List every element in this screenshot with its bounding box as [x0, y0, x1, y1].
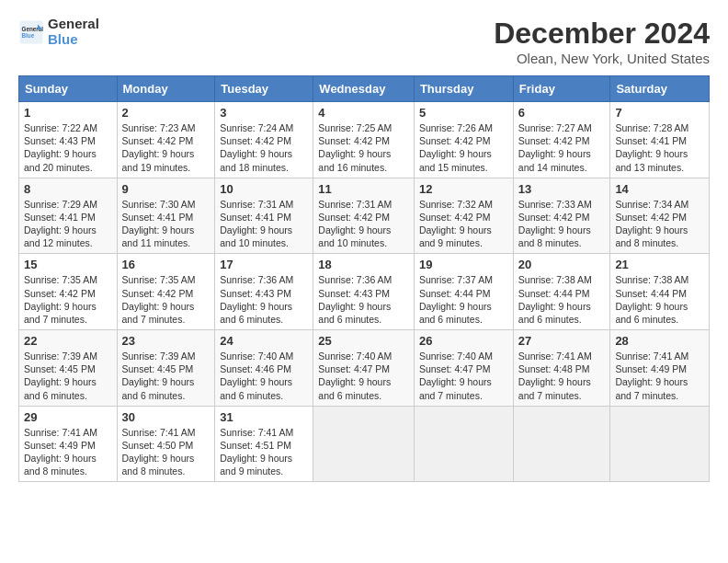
calendar-cell: 10Sunrise: 7:31 AMSunset: 4:41 PMDayligh… [215, 178, 313, 254]
cell-content: Sunrise: 7:40 AMSunset: 4:47 PMDaylight:… [318, 350, 409, 402]
calendar-cell: 11Sunrise: 7:31 AMSunset: 4:42 PMDayligh… [313, 178, 415, 254]
calendar-cell: 24Sunrise: 7:40 AMSunset: 4:46 PMDayligh… [215, 330, 313, 407]
logo-icon: General Blue [18, 19, 44, 45]
cell-content: Sunrise: 7:41 AMSunset: 4:48 PMDaylight:… [518, 350, 606, 402]
cell-content: Sunrise: 7:39 AMSunset: 4:45 PMDaylight:… [122, 350, 210, 402]
calendar-cell: 1Sunrise: 7:22 AMSunset: 4:43 PMDaylight… [19, 102, 118, 178]
logo: General Blue General Blue [18, 17, 99, 47]
cell-content: Sunrise: 7:31 AMSunset: 4:41 PMDaylight:… [220, 198, 308, 250]
cell-content: Sunrise: 7:30 AMSunset: 4:41 PMDaylight:… [122, 198, 210, 250]
calendar-cell: 2Sunrise: 7:23 AMSunset: 4:42 PMDaylight… [117, 102, 215, 178]
calendar-cell: 8Sunrise: 7:29 AMSunset: 4:41 PMDaylight… [19, 178, 118, 254]
cell-content: Sunrise: 7:41 AMSunset: 4:49 PMDaylight:… [615, 350, 704, 402]
day-number: 30 [122, 410, 210, 424]
calendar-cell [610, 406, 710, 482]
calendar-cell: 6Sunrise: 7:27 AMSunset: 4:42 PMDaylight… [513, 102, 610, 178]
header-cell-saturday: Saturday [610, 76, 710, 102]
calendar-cell: 16Sunrise: 7:35 AMSunset: 4:42 PMDayligh… [117, 254, 215, 330]
calendar-cell: 20Sunrise: 7:38 AMSunset: 4:44 PMDayligh… [513, 254, 610, 330]
calendar-cell: 22Sunrise: 7:39 AMSunset: 4:45 PMDayligh… [19, 330, 118, 407]
day-number: 20 [518, 258, 606, 271]
calendar-cell: 17Sunrise: 7:36 AMSunset: 4:43 PMDayligh… [215, 254, 313, 330]
calendar-cell: 25Sunrise: 7:40 AMSunset: 4:47 PMDayligh… [313, 330, 415, 407]
day-number: 7 [615, 106, 704, 120]
header-cell-friday: Friday [513, 76, 610, 102]
cell-content: Sunrise: 7:40 AMSunset: 4:46 PMDaylight:… [220, 350, 308, 402]
calendar-cell: 5Sunrise: 7:26 AMSunset: 4:42 PMDaylight… [414, 102, 513, 178]
header: General Blue General Blue December 2024 … [18, 17, 710, 66]
calendar-cell: 19Sunrise: 7:37 AMSunset: 4:44 PMDayligh… [414, 254, 513, 330]
cell-content: Sunrise: 7:36 AMSunset: 4:43 PMDaylight:… [220, 273, 308, 326]
week-row-5: 29Sunrise: 7:41 AMSunset: 4:49 PMDayligh… [19, 406, 710, 482]
day-number: 10 [220, 182, 308, 196]
calendar-cell [414, 406, 513, 482]
calendar-cell: 13Sunrise: 7:33 AMSunset: 4:42 PMDayligh… [513, 178, 610, 254]
cell-content: Sunrise: 7:35 AMSunset: 4:42 PMDaylight:… [24, 273, 112, 326]
day-number: 4 [318, 106, 409, 120]
day-number: 13 [518, 182, 606, 196]
day-number: 22 [24, 334, 112, 348]
cell-content: Sunrise: 7:37 AMSunset: 4:44 PMDaylight:… [419, 273, 508, 326]
calendar-cell: 23Sunrise: 7:39 AMSunset: 4:45 PMDayligh… [117, 330, 215, 407]
header-cell-thursday: Thursday [414, 76, 513, 102]
week-row-3: 15Sunrise: 7:35 AMSunset: 4:42 PMDayligh… [19, 254, 710, 330]
day-number: 29 [24, 410, 112, 424]
cell-content: Sunrise: 7:41 AMSunset: 4:51 PMDaylight:… [220, 426, 308, 478]
cell-content: Sunrise: 7:32 AMSunset: 4:42 PMDaylight:… [419, 198, 508, 250]
logo-line2: Blue [48, 32, 99, 48]
cell-content: Sunrise: 7:39 AMSunset: 4:45 PMDaylight:… [24, 350, 112, 402]
day-number: 26 [419, 334, 508, 348]
cell-content: Sunrise: 7:35 AMSunset: 4:42 PMDaylight:… [122, 273, 210, 326]
cell-content: Sunrise: 7:27 AMSunset: 4:42 PMDaylight:… [518, 121, 606, 174]
main-title: December 2024 [494, 17, 710, 51]
day-number: 27 [518, 334, 606, 348]
calendar-table: SundayMondayTuesdayWednesdayThursdayFrid… [18, 75, 710, 482]
calendar-cell [513, 406, 610, 482]
day-number: 16 [122, 258, 210, 271]
cell-content: Sunrise: 7:38 AMSunset: 4:44 PMDaylight:… [518, 273, 606, 326]
day-number: 15 [24, 258, 112, 271]
calendar-cell: 31Sunrise: 7:41 AMSunset: 4:51 PMDayligh… [215, 406, 313, 482]
calendar-cell: 14Sunrise: 7:34 AMSunset: 4:42 PMDayligh… [610, 178, 710, 254]
day-number: 14 [615, 182, 704, 196]
day-number: 25 [318, 334, 409, 348]
day-number: 2 [122, 106, 210, 120]
calendar-cell: 4Sunrise: 7:25 AMSunset: 4:42 PMDaylight… [313, 102, 415, 178]
calendar-cell: 18Sunrise: 7:36 AMSunset: 4:43 PMDayligh… [313, 254, 415, 330]
day-number: 5 [419, 106, 508, 120]
cell-content: Sunrise: 7:25 AMSunset: 4:42 PMDaylight:… [318, 121, 409, 174]
day-number: 18 [318, 258, 409, 271]
day-number: 19 [419, 258, 508, 271]
header-cell-monday: Monday [117, 76, 215, 102]
calendar-cell: 3Sunrise: 7:24 AMSunset: 4:42 PMDaylight… [215, 102, 313, 178]
header-row: SundayMondayTuesdayWednesdayThursdayFrid… [19, 76, 710, 102]
cell-content: Sunrise: 7:40 AMSunset: 4:47 PMDaylight:… [419, 350, 508, 402]
day-number: 17 [220, 258, 308, 271]
title-area: December 2024 Olean, New York, United St… [494, 17, 710, 66]
day-number: 9 [122, 182, 210, 196]
calendar-cell: 21Sunrise: 7:38 AMSunset: 4:44 PMDayligh… [610, 254, 710, 330]
calendar-cell: 26Sunrise: 7:40 AMSunset: 4:47 PMDayligh… [414, 330, 513, 407]
cell-content: Sunrise: 7:23 AMSunset: 4:42 PMDaylight:… [122, 121, 210, 174]
cell-content: Sunrise: 7:29 AMSunset: 4:41 PMDaylight:… [24, 198, 112, 250]
day-number: 3 [220, 106, 308, 120]
week-row-4: 22Sunrise: 7:39 AMSunset: 4:45 PMDayligh… [19, 330, 710, 407]
calendar-cell: 9Sunrise: 7:30 AMSunset: 4:41 PMDaylight… [117, 178, 215, 254]
day-number: 28 [615, 334, 704, 348]
day-number: 12 [419, 182, 508, 196]
day-number: 24 [220, 334, 308, 348]
day-number: 31 [220, 410, 308, 424]
calendar-cell [313, 406, 415, 482]
header-cell-sunday: Sunday [19, 76, 118, 102]
calendar-cell: 28Sunrise: 7:41 AMSunset: 4:49 PMDayligh… [610, 330, 710, 407]
cell-content: Sunrise: 7:24 AMSunset: 4:42 PMDaylight:… [220, 121, 308, 174]
calendar-cell: 29Sunrise: 7:41 AMSunset: 4:49 PMDayligh… [19, 406, 118, 482]
day-number: 11 [318, 182, 409, 196]
cell-content: Sunrise: 7:22 AMSunset: 4:43 PMDaylight:… [24, 121, 112, 174]
header-cell-tuesday: Tuesday [215, 76, 313, 102]
calendar-cell: 27Sunrise: 7:41 AMSunset: 4:48 PMDayligh… [513, 330, 610, 407]
svg-text:Blue: Blue [22, 32, 35, 39]
cell-content: Sunrise: 7:38 AMSunset: 4:44 PMDaylight:… [615, 273, 704, 326]
calendar-cell: 7Sunrise: 7:28 AMSunset: 4:41 PMDaylight… [610, 102, 710, 178]
calendar-cell: 12Sunrise: 7:32 AMSunset: 4:42 PMDayligh… [414, 178, 513, 254]
